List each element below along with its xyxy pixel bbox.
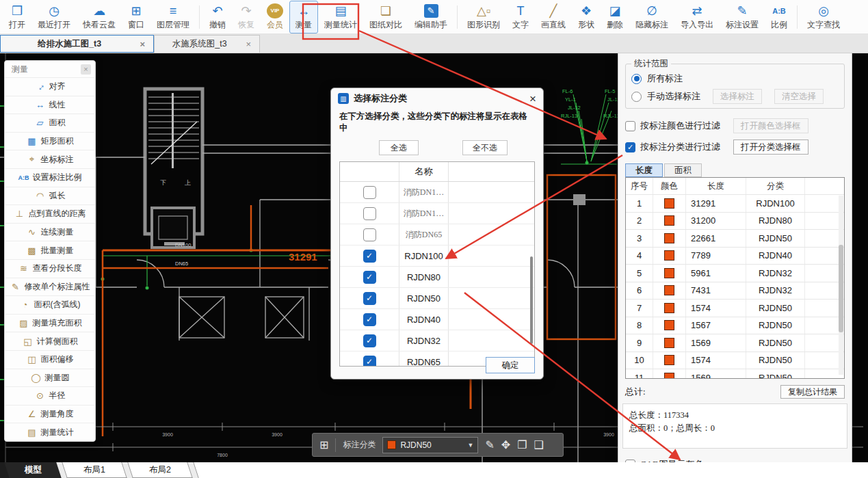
edit-annotation-icon[interactable]: ✎	[485, 438, 494, 451]
sidebar-item-continuous-measure[interactable]: ∿连续测量	[5, 223, 95, 241]
deselect-all-button[interactable]: 全不选	[462, 140, 508, 155]
category-checkbox[interactable]	[363, 186, 376, 199]
sidebar-item-area-offset[interactable]: ◫面积偏移	[5, 350, 95, 369]
category-checkbox[interactable]: ✓	[363, 271, 376, 284]
category-checkbox[interactable]: ✓	[363, 334, 376, 347]
move-icon[interactable]: ✥	[501, 438, 510, 451]
select-all-button[interactable]: 全选	[379, 140, 419, 155]
toolbar-button-import-export[interactable]: ⇄导入导出	[674, 1, 720, 34]
open-color-picker-button[interactable]: 打开颜色选择框	[733, 118, 808, 133]
table-scrollbar-track[interactable]	[839, 196, 843, 375]
category-checkbox[interactable]	[363, 207, 376, 220]
measurement-row[interactable]: 47789RJDN40	[626, 248, 844, 265]
sidebar-item-align[interactable]: ↔对齐	[5, 77, 95, 96]
measurement-row[interactable]: 101574RJDN50	[626, 352, 844, 370]
toolbar-button-open[interactable]: ❒打开	[3, 1, 31, 34]
measurement-row[interactable]: 67431RJDN32	[626, 282, 844, 300]
category-row[interactable]: ✓RJDN40	[340, 309, 534, 330]
sidebar-item-fill-area[interactable]: ▨测量填充面积	[5, 314, 95, 332]
close-icon[interactable]: ×	[529, 93, 536, 105]
toolbar-button-window[interactable]: ⊞窗口	[122, 1, 150, 34]
category-checkbox[interactable]	[363, 228, 376, 241]
sidebar-item-measure-circle[interactable]: ◯测量圆	[5, 369, 95, 387]
filter-by-color-checkbox[interactable]	[625, 121, 635, 131]
category-dropdown[interactable]: RJDN50 ▼	[382, 437, 478, 453]
sidebar-item-rect-area[interactable]: ▦矩形面积	[5, 132, 95, 150]
copy-totals-button[interactable]: 复制总计结果	[780, 385, 845, 399]
dialog-scrollbar[interactable]	[530, 256, 533, 344]
sidebar-item-modify-attribute[interactable]: ✎修改单个标注属性	[5, 278, 95, 296]
measurement-row[interactable]: 55961RJDN32	[626, 265, 844, 282]
category-row[interactable]: 消防DN1…	[340, 182, 534, 203]
close-icon[interactable]: ×	[81, 64, 91, 75]
category-row[interactable]: ✓RJDN100	[340, 245, 534, 267]
sidebar-item-linear[interactable]: ↔线性	[5, 96, 95, 114]
measurement-row[interactable]: 322661RJDN50	[626, 230, 844, 248]
measurement-row[interactable]: 111569RJDN50	[626, 369, 844, 379]
sidebar-item-coordinate[interactable]: ⌖坐标标注	[5, 150, 95, 168]
measurement-row[interactable]: 81567RJDN50	[626, 317, 844, 335]
toolbar-button-hide-annotations[interactable]: ∅隐藏标注	[629, 1, 674, 34]
category-checkbox[interactable]: ✓	[363, 313, 376, 326]
category-row[interactable]: ✓RJDN32	[340, 330, 534, 351]
category-row[interactable]: 消防DN1…	[340, 203, 534, 224]
grid-apps-icon[interactable]: ⊞	[319, 438, 328, 451]
layout-tab-layout1[interactable]: 布局1	[62, 462, 127, 478]
confirm-button[interactable]: 确定	[486, 357, 535, 373]
sidebar-item-radius[interactable]: ⊙半径	[5, 386, 95, 405]
open-category-picker-button[interactable]: 打开分类选择框	[733, 140, 808, 155]
manual-select-radio[interactable]	[631, 92, 642, 102]
toolbar-button-drawing-compare[interactable]: ❏图纸对比	[363, 1, 408, 34]
tab-length[interactable]: 长度	[625, 163, 663, 177]
sidebar-item-batch-measure[interactable]: ▩批量测量	[5, 241, 95, 259]
sidebar-item-measure-stats[interactable]: ▤测量统计	[5, 423, 95, 441]
toolbar-button-draw-line[interactable]: ╱画直线	[535, 1, 572, 34]
toolbar-button-delete[interactable]: ◪删除	[601, 1, 629, 34]
category-checkbox[interactable]: ✓	[363, 250, 376, 263]
all-annotations-radio[interactable]	[631, 74, 642, 84]
category-row[interactable]: ✓RJDN50	[340, 288, 534, 309]
toolbar-button-measure-stats[interactable]: ▤测量统计	[318, 1, 363, 34]
toolbar-button-annotation-settings[interactable]: ✎标注设置	[720, 1, 765, 34]
doc-tab-system-diagram[interactable]: 水施系统图_t3 ×	[154, 35, 260, 53]
toolbar-button-cloud-disk[interactable]: ☁快看云盘	[77, 1, 122, 34]
measurement-row[interactable]: 91569RJDN50	[626, 334, 844, 352]
select-annotations-button[interactable]: 选择标注	[713, 89, 762, 104]
toolbar-button-vip-member[interactable]: VIP会员	[261, 1, 289, 34]
sidebar-item-arc-length[interactable]: ◠弧长	[5, 187, 95, 205]
toolbar-button-scale[interactable]: A:B比例	[765, 1, 793, 34]
sidebar-item-set-scale[interactable]: A:B设置标注比例	[5, 168, 95, 187]
toolbar-button-measure[interactable]: ↔测量	[289, 1, 318, 34]
toolbar-button-text[interactable]: T文字	[506, 1, 535, 34]
measurement-row[interactable]: 71574RJDN50	[626, 300, 844, 317]
layout-tab-layout2[interactable]: 布局2	[127, 462, 192, 478]
doc-tab-drawing[interactable]: 给排水施工图_t3 ×	[0, 35, 154, 53]
category-checkbox[interactable]: ✓	[363, 292, 376, 305]
copy-icon[interactable]: ❐	[517, 438, 527, 451]
sidebar-item-measure-angle[interactable]: ∠测量角度	[5, 405, 95, 423]
measurement-row[interactable]: 131291RJDN100	[626, 195, 844, 213]
sidebar-item-segment-length[interactable]: ≋查看分段长度	[5, 259, 95, 278]
toolbar-button-recent-open[interactable]: ◷最近打开	[31, 1, 77, 34]
toolbar-button-edit-assistant[interactable]: ✎编辑助手	[408, 1, 453, 34]
sidebar-item-area[interactable]: ▱面积	[5, 114, 95, 132]
close-tab-icon[interactable]: ×	[140, 39, 145, 49]
close-tab-icon[interactable]: ×	[246, 39, 251, 49]
toolbar-button-text-search[interactable]: ◎文字查找	[801, 1, 846, 34]
toolbar-button-redo[interactable]: ↷恢复	[232, 1, 261, 34]
category-row[interactable]: 消防DN65	[340, 224, 534, 245]
filter-by-category-checkbox[interactable]: ✓	[625, 142, 635, 152]
toolbar-button-shape-recognition[interactable]: △▫图形识别	[461, 1, 506, 34]
table-scrollbar-thumb[interactable]	[839, 245, 843, 332]
measurement-row[interactable]: 231200RJDN80	[626, 213, 844, 230]
toolbar-button-layer-manager[interactable]: ≡图层管理	[150, 1, 196, 34]
sidebar-item-area-with-arc[interactable]: ◔面积(含弧线)	[5, 295, 95, 314]
paste-icon[interactable]: ❑	[534, 438, 544, 451]
category-checkbox[interactable]: ✓	[363, 356, 376, 367]
sidebar-item-point-to-line[interactable]: ⊥点到直线的距离	[5, 204, 95, 223]
toolbar-button-undo[interactable]: ↶撤销	[203, 1, 232, 34]
clear-selection-button[interactable]: 清空选择	[774, 89, 824, 104]
layout-tab-model[interactable]: 模型	[4, 462, 61, 478]
tab-area[interactable]: 面积	[664, 163, 702, 177]
category-row[interactable]: ✓RJDN80	[340, 267, 534, 288]
